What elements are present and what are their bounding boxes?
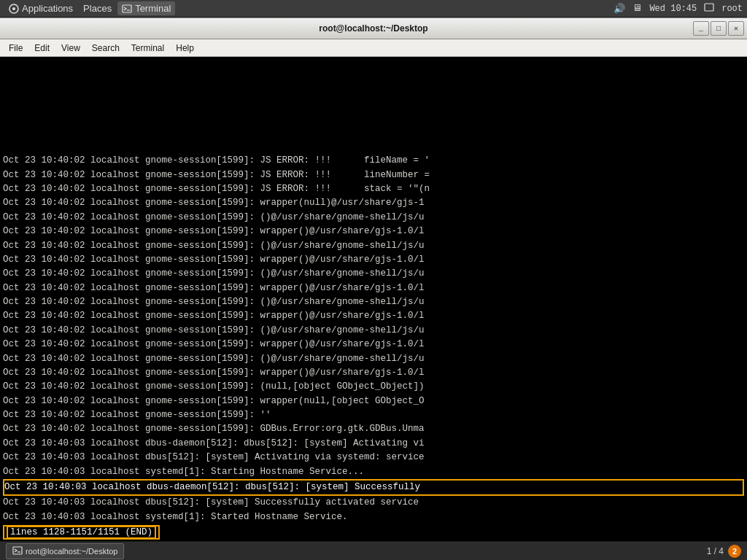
terminal-line: Oct 23 10:40:02 localhost gnome-session[…: [3, 394, 744, 408]
user-label: root: [721, 4, 743, 14]
menu-edit[interactable]: Edit: [28, 42, 55, 55]
places-label: Places: [83, 3, 112, 14]
display-icon[interactable]: 🖥: [632, 3, 642, 14]
minimize-button[interactable]: _: [693, 21, 709, 36]
terminal-line: Oct 23 10:40:02 localhost gnome-session[…: [3, 154, 744, 168]
menu-help[interactable]: Help: [170, 42, 200, 55]
title-bar-controls: _ □ ✕: [693, 21, 744, 36]
terminal-line: Oct 23 10:40:02 localhost gnome-session[…: [3, 324, 744, 338]
apps-icon: [9, 4, 19, 14]
status-bar: root@localhost:~/Desktop 1 / 4 2: [0, 541, 747, 560]
svg-point-1: [12, 7, 15, 10]
title-bar: root@localhost:~/Desktop _ □ ✕: [0, 18, 747, 39]
system-bar-left: Applications Places Terminal: [4, 1, 175, 15]
terminal-line: Oct 23 10:40:02 localhost gnome-session[…: [3, 168, 744, 182]
applications-menu[interactable]: Applications: [4, 1, 77, 15]
system-bar: Applications Places Terminal 🔊 🖥 Wed 10:…: [0, 0, 747, 18]
terminal-line: Oct 23 10:40:02 localhost gnome-session[…: [3, 281, 744, 295]
terminal-line: Oct 23 10:40:02 localhost gnome-session[…: [3, 225, 744, 238]
terminal-line: Oct 23 10:40:03 localhost dbus[512]: [sy…: [3, 496, 744, 510]
window-title: root@localhost:~/Desktop: [319, 23, 427, 34]
places-menu[interactable]: Places: [79, 1, 116, 15]
terminal-line: Oct 23 10:40:02 localhost gnome-session[…: [3, 239, 744, 253]
applications-label: Applications: [22, 3, 73, 14]
terminal-line: Oct 23 10:40:02 localhost gnome-session[…: [3, 253, 744, 267]
close-button[interactable]: ✕: [728, 21, 744, 36]
terminal-line: Oct 23 10:40:03 localhost dbus-daemon[51…: [3, 479, 744, 496]
datetime-display: Wed 10:45: [649, 4, 697, 14]
terminal-line: Oct 23 10:40:02 localhost gnome-session[…: [3, 422, 744, 436]
terminal-line: Oct 23 10:40:02 localhost gnome-session[…: [3, 211, 744, 225]
terminal-menu[interactable]: Terminal: [117, 1, 175, 15]
status-line: lines 1128-1151/1151 (END): [3, 525, 744, 540]
taskbar-terminal-item[interactable]: root@localhost:~/Desktop: [6, 543, 124, 559]
terminal-label: Terminal: [135, 3, 171, 14]
terminal-line: Oct 23 10:40:02 localhost gnome-session[…: [3, 267, 744, 281]
user-icon: [704, 2, 714, 15]
terminal-line: Oct 23 10:40:03 localhost dbus-daemon[51…: [3, 437, 744, 451]
terminal-line: Oct 23 10:40:02 localhost gnome-session[…: [3, 338, 744, 351]
system-bar-right: 🔊 🖥 Wed 10:45 root: [614, 2, 743, 15]
terminal-line: Oct 23 10:40:02 localhost gnome-session[…: [3, 295, 744, 309]
terminal-content[interactable]: Oct 23 10:40:02 localhost gnome-session[…: [0, 57, 747, 541]
terminal-line: Oct 23 10:40:03 localhost dbus[512]: [sy…: [3, 451, 744, 464]
menu-view[interactable]: View: [55, 42, 86, 55]
taskbar-item-label: root@localhost:~/Desktop: [26, 547, 117, 556]
terminal-line: Oct 23 10:40:02 localhost gnome-session[…: [3, 380, 744, 394]
terminal-icon: [122, 4, 132, 14]
maximize-button[interactable]: □: [711, 21, 727, 36]
page-text: 1 / 4: [707, 546, 724, 556]
terminal-line: Oct 23 10:40:02 localhost gnome-session[…: [3, 366, 744, 380]
menu-search[interactable]: Search: [86, 42, 125, 55]
page-circle: 2: [728, 545, 741, 558]
page-indicator: 1 / 4 2: [707, 545, 741, 558]
taskbar-terminal-icon: [12, 545, 23, 557]
terminal-window: root@localhost:~/Desktop _ □ ✕ File Edit…: [0, 18, 747, 560]
terminal-line: Oct 23 10:40:02 localhost gnome-session[…: [3, 309, 744, 323]
menu-file[interactable]: File: [3, 42, 28, 55]
terminal-line: Oct 23 10:40:02 localhost gnome-session[…: [3, 182, 744, 196]
terminal-line: Oct 23 10:40:02 localhost gnome-session[…: [3, 408, 744, 422]
terminal-line: Oct 23 10:40:03 localhost systemd[1]: St…: [3, 510, 744, 524]
volume-icon[interactable]: 🔊: [614, 3, 625, 15]
menu-bar: File Edit View Search Terminal Help: [0, 39, 747, 57]
svg-rect-4: [705, 4, 713, 11]
terminal-line: Oct 23 10:40:02 localhost gnome-session[…: [3, 196, 744, 210]
terminal-line: Oct 23 10:40:03 localhost systemd[1]: St…: [3, 465, 744, 479]
terminal-line: Oct 23 10:40:02 localhost gnome-session[…: [3, 352, 744, 366]
menu-terminal[interactable]: Terminal: [125, 42, 170, 55]
